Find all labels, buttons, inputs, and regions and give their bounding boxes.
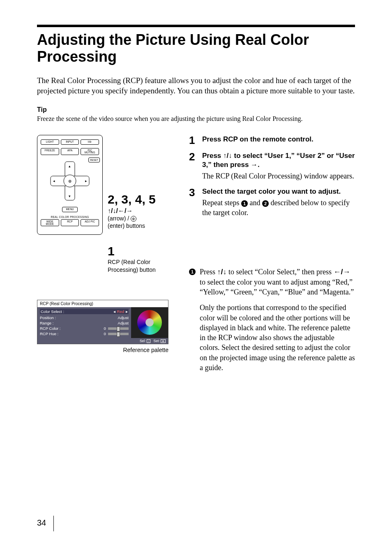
remote-enter-button: ⊕ [64, 175, 76, 188]
step-1-heading: Press RCP on the remote control. [202, 135, 355, 144]
remote-dpad: ⊕ ▴ ▾ ◂ ▸ [51, 162, 90, 201]
remote-freeze-button: FREEZE [41, 148, 59, 155]
substep-1-mid: to select “Color Select,” then press [227, 268, 334, 276]
callout-rcp-button: 1 RCP (Real Color Processing) button [108, 244, 177, 273]
page-number-value: 34 [37, 518, 46, 527]
intro-paragraph: The Real Color Processing (RCP) feature … [37, 75, 355, 96]
substep-1-para2: Only the portions that correspond to the… [200, 303, 355, 373]
remote-pic-muting-button: PIC MUTING [81, 148, 99, 155]
up-down-arrow-icon: ↑/↓ [217, 268, 227, 276]
step-3-number: 3 [189, 187, 198, 218]
set-icon: ⊕ [161, 339, 166, 343]
step-2-text: The RCP (Real Color Processing) window a… [202, 171, 355, 181]
remote-rcp-button: RCP [61, 219, 79, 227]
callout-arrow-buttons: 2, 3, 4, 5 ↑/↓/←/→ (arrow) / ⊕ (enter) b… [108, 192, 177, 229]
remote-input-button: INPUT [61, 139, 79, 145]
remote-menu-button: MENU [62, 207, 77, 212]
step-3-text-mid: and [248, 199, 262, 207]
rcp-color-slider [108, 327, 129, 330]
remote-power-button: I/⊘ [81, 139, 99, 145]
tip-text: Freeze the scene of the video source whe… [37, 115, 355, 123]
rcp-position-value: Adjust [118, 315, 129, 320]
step-3: 3 Select the target color you want to ad… [189, 187, 355, 218]
callout-arrow-desc2: (enter) buttons [108, 222, 145, 229]
rcp-color-label: RCP Color : [40, 326, 61, 331]
substep-1-line1: Press ↑/↓ to select “Color Select,” then… [200, 267, 355, 297]
rcp-window-title: RCP (Real Color Processing) [37, 300, 168, 307]
substep-1-pre: Press [200, 268, 217, 276]
reference-palette-icon [137, 310, 162, 335]
rcp-color-value: 0 [104, 326, 106, 331]
step-1-number: 1 [189, 135, 198, 146]
remote-wide-mode-button: WIDE MODE [41, 219, 59, 227]
page-number-divider [53, 516, 54, 531]
step-3-heading: Select the target color you want to adju… [202, 187, 355, 196]
rcp-window-caption: Reference palette [37, 347, 168, 353]
section-divider [37, 25, 355, 27]
substep-1: 1 Press ↑/↓ to select “Color Select,” th… [189, 267, 355, 373]
step-2-heading: Press ↑/↓ to select “User 1,” “User 2” o… [202, 151, 355, 169]
rcp-window: RCP (Real Color Processing) Color Select… [37, 300, 168, 344]
rcp-hue-value: 0 [104, 331, 106, 336]
rcp-range-label: Range : [40, 321, 53, 325]
rcp-range-value: Adjust [118, 321, 129, 325]
callout-arrow-symbols: ↑/↓/←/→ [108, 207, 177, 215]
circled-2-icon: 2 [262, 200, 269, 207]
rcp-hue-label: RCP Hue : [40, 331, 58, 336]
remote-diagram: LIGHT INPUT I/⊘ FREEZE APA PIC MUTING RE… [37, 135, 103, 235]
step-2-number: 2 [189, 151, 198, 181]
rcp-footer-set: Set: [154, 339, 160, 343]
up-down-arrow-icon: ↑/↓ [223, 152, 232, 160]
substep-1-end: to select the color you want to adjust a… [200, 278, 354, 296]
step-1: 1 Press RCP on the remote control. [189, 135, 355, 146]
rcp-color-select-value: Red [117, 309, 124, 314]
step-3-text: Repeat steps 1 and 2 described below to … [202, 198, 355, 218]
rcp-color-select-label: Color Select : [41, 309, 64, 314]
tip-label: Tip [37, 106, 355, 114]
remote-apa-button: APA [61, 148, 79, 155]
left-arrow-icon: ◂ [113, 309, 115, 314]
rcp-position-label: Position : [40, 315, 56, 320]
page-title: Adjusting the Picture Using Real Color P… [37, 31, 355, 65]
right-arrow-icon: ▸ [126, 309, 128, 314]
rcp-footer-sel: Sel: [140, 339, 146, 343]
step-2-head-pre: Press [202, 152, 223, 160]
callout-arrow-desc1: (arrow) / [108, 215, 131, 222]
page-number: 34 [37, 516, 54, 531]
enter-icon: ⊕ [131, 216, 136, 222]
sel-icon: ↕ [147, 339, 151, 343]
callout-rcp-desc: RCP (Real Color Processing) button [108, 258, 177, 273]
step-2: 2 Press ↑/↓ to select “User 1,” “User 2”… [189, 151, 355, 181]
remote-reset-button: RESET [88, 158, 100, 162]
step-3-text-pre: Repeat steps [202, 199, 241, 207]
substep-1-number-icon: 1 [189, 269, 196, 275]
callout-number-2345: 2, 3, 4, 5 [108, 192, 177, 206]
circled-1-icon: 1 [241, 200, 248, 207]
remote-light-button: LIGHT [41, 139, 59, 145]
rcp-hue-slider [108, 333, 129, 335]
remote-rcp-section-label: REAL COLOR PROCESSING [41, 215, 99, 218]
remote-adj-pic-button: ADJ PIC [81, 219, 99, 227]
callout-number-1: 1 [108, 244, 177, 258]
left-right-arrow-icon: ←/→ [333, 268, 350, 276]
